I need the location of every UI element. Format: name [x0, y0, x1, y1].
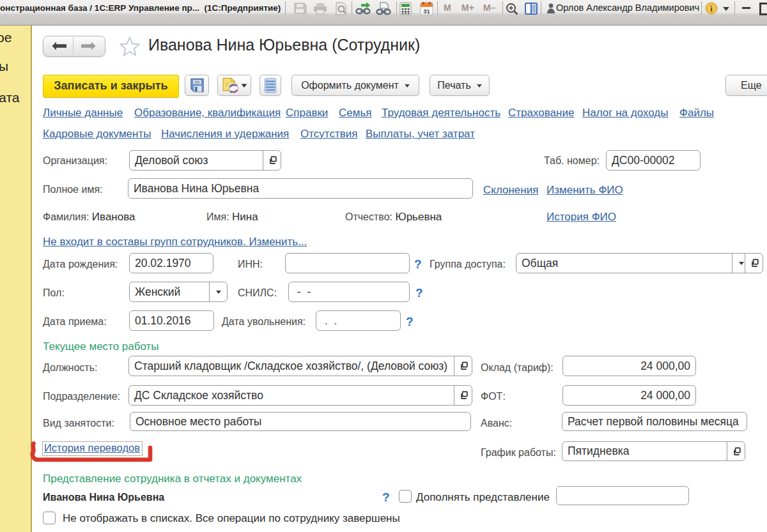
svg-text:31: 31	[423, 8, 430, 15]
